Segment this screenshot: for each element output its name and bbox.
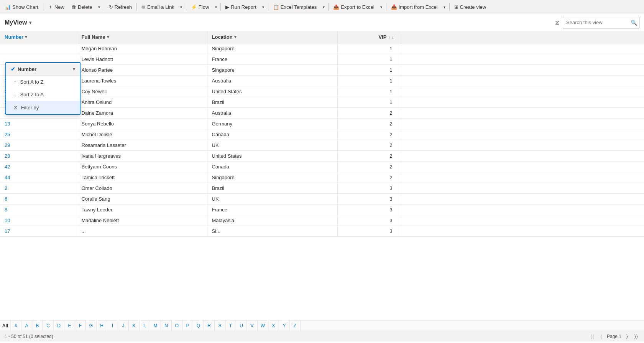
run-report-button[interactable]: ▶ Run Report	[222, 3, 259, 12]
table-row[interactable]: 28Ivana HargreavesUnited States2	[0, 151, 644, 162]
table-row[interactable]: Megan RohmanSingapore1	[0, 43, 644, 54]
separator-8	[386, 3, 386, 11]
show-chart-button[interactable]: 📊 Show Chart	[2, 3, 41, 12]
email-dropdown-arrow[interactable]: ▾	[178, 2, 184, 12]
refresh-button[interactable]: ↻ Refresh	[106, 3, 135, 12]
alpha-tab-g[interactable]: G	[86, 320, 97, 331]
table-row[interactable]: 29Rosamaria LasseterUK2	[0, 140, 644, 151]
alpha-tab-y[interactable]: Y	[279, 320, 290, 331]
alpha-tab-c[interactable]: C	[43, 320, 54, 331]
table-row[interactable]: 44Tamica TrickettSingapore2	[0, 172, 644, 183]
cell-number: 28	[0, 151, 77, 162]
alpha-tab-w[interactable]: W	[258, 320, 268, 331]
cell-extra	[399, 162, 644, 172]
alpha-tab-b[interactable]: B	[32, 320, 43, 331]
table-row[interactable]: 17...Si...3	[0, 226, 644, 237]
alpha-tab-u[interactable]: U	[236, 320, 247, 331]
refresh-icon: ↻	[109, 4, 113, 10]
table-row[interactable]: 36Laurena TowlesAustralia1	[0, 76, 644, 86]
view-title[interactable]: MyView ▾	[5, 19, 31, 26]
filter-button[interactable]: ⧖	[551, 17, 563, 28]
flow-button[interactable]: ⚡ Flow	[188, 3, 212, 12]
alpha-tab-i[interactable]: I	[107, 320, 118, 331]
alpha-tab-#[interactable]: #	[11, 320, 21, 331]
alpha-tab-j[interactable]: J	[118, 320, 129, 331]
search-input[interactable]	[566, 20, 631, 25]
table-row[interactable]: Alonso ParteeSingapore1	[0, 65, 644, 76]
search-button[interactable]: 🔍	[631, 20, 637, 26]
email-icon: ✉	[141, 4, 146, 10]
new-button[interactable]: ＋ New	[45, 2, 67, 12]
table-row[interactable]: 10Madaline NeblettMalayasia3	[0, 215, 644, 226]
import-from-excel-button[interactable]: 📥 Import from Excel	[388, 3, 441, 12]
dropdown-sort-az[interactable]: ↑ Sort A to Z	[6, 76, 80, 88]
cell-number: 29	[0, 140, 77, 151]
alpha-tab-e[interactable]: E	[64, 320, 75, 331]
dropdown-filter-by[interactable]: ⧖ Filter by	[6, 101, 80, 114]
alpha-tab-k[interactable]: K	[129, 320, 140, 331]
table-row[interactable]: 50Anitra OslundBrazil1	[0, 97, 644, 108]
filter-icon: ⧖	[555, 19, 559, 26]
table-row[interactable]: 39Coy NewellUnited States1	[0, 86, 644, 97]
run-report-dropdown-arrow[interactable]: ▾	[260, 2, 266, 12]
alpha-tab-p[interactable]: P	[182, 320, 193, 331]
alpha-tab-m[interactable]: M	[150, 320, 161, 331]
cell-fullname: Daine Zamora	[77, 108, 207, 119]
alpha-tab-o[interactable]: O	[172, 320, 182, 331]
col-header-vip[interactable]: VIP ↑ ↓	[337, 31, 399, 43]
alpha-tab-q[interactable]: Q	[193, 320, 204, 331]
cell-vip: 2	[337, 129, 399, 140]
table-row[interactable]: 2Omer ColladoBrazil3	[0, 183, 644, 194]
alpha-tab-all[interactable]: All	[0, 320, 11, 331]
page-label: Page 1	[607, 334, 621, 339]
col-header-number[interactable]: Number ▾	[0, 31, 77, 43]
separator-5	[220, 3, 221, 11]
dropdown-sort-za[interactable]: ↓ Sort Z to A	[6, 88, 80, 101]
alpha-tab-a[interactable]: A	[21, 320, 32, 331]
export-dropdown-arrow[interactable]: ▾	[378, 2, 384, 12]
excel-templates-dropdown-arrow[interactable]: ▾	[320, 2, 327, 12]
alpha-tab-s[interactable]: S	[215, 320, 225, 331]
alpha-tab-t[interactable]: T	[225, 320, 236, 331]
table-row[interactable]: 8Tawny LeederFrance3	[0, 204, 644, 215]
alpha-tabs: All#ABCDEFGHIJKLMNOPQRSTUVWXYZ	[0, 320, 644, 331]
alpha-tab-r[interactable]: R	[204, 320, 215, 331]
alpha-tab-h[interactable]: H	[97, 320, 107, 331]
alpha-tab-v[interactable]: V	[247, 320, 258, 331]
alpha-tab-f[interactable]: F	[75, 320, 86, 331]
last-page-button[interactable]: ⟩⟩	[632, 333, 639, 340]
cell-location: Canada	[207, 162, 337, 172]
prev-page-button[interactable]: ⟨	[599, 333, 604, 340]
table-row[interactable]: Lewis HadnottFrance1	[0, 54, 644, 65]
table-row[interactable]: 13Sonya RebelloGermany2	[0, 119, 644, 129]
delete-button[interactable]: 🗑 Delete	[68, 3, 95, 12]
delete-dropdown-arrow[interactable]: ▾	[96, 2, 102, 12]
alpha-tab-l[interactable]: L	[140, 320, 150, 331]
col-header-location[interactable]: Location ▾	[207, 31, 337, 43]
alpha-tab-d[interactable]: D	[54, 320, 64, 331]
location-sort-icon: ▾	[234, 35, 237, 40]
first-page-button[interactable]: ⟨⟨	[589, 333, 596, 340]
table-container: Number ▾ Full Name ▾ Location ▾	[0, 31, 644, 320]
table-row[interactable]: 4Daine ZamoraAustralia2	[0, 108, 644, 119]
alpha-tab-x[interactable]: X	[268, 320, 279, 331]
filter-by-icon: ⧖	[14, 104, 17, 110]
table-row[interactable]: 6Coralie SangUK3	[0, 194, 644, 204]
table-row[interactable]: 25Michel DelisleCanada2	[0, 129, 644, 140]
table-row[interactable]: 42Bettyann CoonsCanada2	[0, 162, 644, 172]
create-view-button[interactable]: ⊞ Create view	[451, 3, 490, 12]
email-link-button[interactable]: ✉ Email a Link	[138, 3, 177, 12]
cell-vip: 2	[337, 140, 399, 151]
flow-dropdown-arrow[interactable]: ▾	[213, 2, 219, 12]
next-page-button[interactable]: ⟩	[624, 333, 629, 340]
cell-location: United States	[207, 86, 337, 97]
alpha-tab-z[interactable]: Z	[290, 320, 301, 331]
export-to-excel-button[interactable]: 📤 Export to Excel	[330, 3, 377, 12]
cell-number: 10	[0, 215, 77, 226]
import-dropdown-arrow[interactable]: ▾	[442, 2, 448, 12]
alpha-tab-n[interactable]: N	[161, 320, 172, 331]
col-header-fullname[interactable]: Full Name ▾	[77, 31, 207, 43]
column-dropdown-header[interactable]: ✔ Number ▾	[6, 63, 80, 76]
excel-templates-button[interactable]: 📋 Excel Templates	[270, 3, 320, 12]
cell-vip: 1	[337, 65, 399, 76]
